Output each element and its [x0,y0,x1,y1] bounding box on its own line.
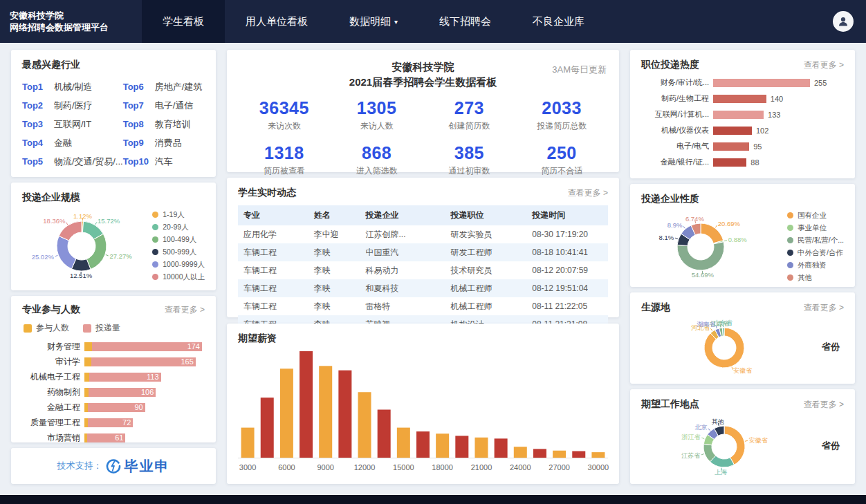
industry-label: 制药/医疗 [54,100,93,111]
industry-label: 电子/通信 [155,100,194,111]
donut-label: 8.1% [659,233,674,241]
position-bar-row: 电子/电气95 [641,138,844,154]
position-label: 金融/银行/证... [641,157,709,167]
legend-item: 参与人数 [24,322,69,334]
table-cell: 车辆工程 [238,297,308,315]
table-row: 车辆工程李映雷格特机械工程师08-11 21:22:05 [238,297,608,315]
card-tech-support: 技术支持： 毕业申 [11,448,216,484]
biyeshen-logo-icon [105,458,122,474]
table-cell: 李映 [308,297,360,315]
major-label: 机械电子工程 [22,371,80,383]
stat-value: 2033 [515,98,608,118]
histogram-bar [514,447,527,458]
card-position-heat: 职位投递热度 查看更多 > 财务/审计/统...255制药/生物工程140互联网… [630,50,855,178]
histogram-bar [455,436,468,458]
card-major-participation: 专业参与人数 查看更多 > 参与人数投递量 财务管理174审计学165机械电子工… [11,296,216,442]
submissions-bar: 165 [91,357,196,366]
stat-value: 385 [423,143,516,163]
industry-rank: Top7 [123,96,155,115]
nav-item-label: 数据明细 [349,15,391,28]
donut-segment [57,236,76,269]
submissions-bar: 174 [92,342,202,351]
legend-item: 20-99人 [152,221,205,233]
legend-item: 500-999人 [152,245,205,258]
nav-item-data-details[interactable]: 数据明细▾ [329,0,418,43]
view-more-link[interactable]: 查看更多 > [804,399,844,411]
table-cell: 研发工程师 [445,243,527,261]
table-column-header: 姓名 [308,205,360,225]
stat-label: 简历不合适 [515,165,608,177]
legend-item: 国有企业 [787,209,844,221]
stat-item: 385通过初审数 [423,143,516,177]
bar-value: 72 [122,418,131,427]
participants-bar [84,373,89,382]
submissions-bar: 113 [89,373,160,382]
legend-item: 中外合资/合作 [787,246,844,259]
tech-support-label: 技术支持： [57,460,102,472]
major-bar-row: 机械电子工程113 [22,370,205,384]
table-cell: 技术研究员 [445,261,527,279]
bar-value: 140 [771,95,783,103]
histogram-bar [416,431,430,458]
nav-item-offline-job-fair[interactable]: 线下招聘会 [418,0,512,43]
table-row: 车辆工程李映和夏科技机械工程师08-12 19:51:04 [238,279,608,297]
table-column-header: 专业 [238,205,308,225]
histogram-bar [300,351,313,458]
table-cell: 车辆工程 [238,279,308,297]
legend-label: 1000-9999人 [163,258,205,270]
histogram-bar [397,428,410,458]
legend-dot [152,261,158,268]
legend-label: 国有企业 [798,209,827,221]
nav-item-employer-dashboard[interactable]: 用人单位看板 [225,0,329,43]
stat-label: 投递简历总数 [515,120,608,132]
x-axis-tick-label: 6000 [278,463,295,472]
card-title: 投递企业性质 [641,193,699,205]
x-axis-tick-label: 9000 [317,463,333,472]
nav-item-bad-company-db[interactable]: 不良企业库 [512,0,605,43]
position-bar-row: 机械/仪器仪表102 [641,122,844,138]
view-more-link[interactable]: 查看更多 > [804,302,844,314]
table-cell: 08-30 17:19:20 [526,225,608,243]
bar-value: 255 [814,79,827,87]
view-more-link[interactable]: 查看更多 > [165,304,205,316]
view-more-link[interactable]: 查看更多 > [568,187,608,199]
donut-label: 12.51% [70,272,93,279]
x-axis-tick-label: 24000 [510,463,531,472]
user-avatar[interactable] [833,11,854,32]
position-bar [713,142,749,151]
view-more-link[interactable]: 查看更多 > [804,59,844,71]
stat-value: 1318 [238,143,331,163]
legend-dot [152,236,158,243]
industry-label: 教育培训 [155,119,191,129]
donut-label: 安徽省 [733,367,752,374]
nav-item-student-dashboard[interactable]: 学生看板 [142,0,225,43]
company-scale-donut-chart: 1.12%15.72%27.27%12.51%25.02%18.36% [22,207,141,283]
donut-label: 0.88% [728,236,747,243]
table-cell: 机械工程师 [445,279,527,297]
donut-label: 北京 [695,424,708,431]
donut-label: 25.02% [32,253,55,261]
histogram-bar [436,433,449,458]
legend-label: 100-499人 [163,233,196,245]
donut-label: 安徽省 [749,437,768,444]
top-navbar: 安徽科技学院 网络招聘会数据管理平台 学生看板用人单位看板数据明细▾线下招聘会不… [0,0,866,43]
participants-bar [84,357,91,366]
stat-item: 868进入筛选数 [331,143,423,177]
logo-line2: 网络招聘会数据管理平台 [10,21,129,33]
origin-donut-chart: 安徽省河北省湖南省江西省山东省 [641,317,797,377]
donut-label: 江苏省 [681,452,700,459]
legend-label: 1-19人 [163,208,185,221]
industry-rank: Top2 [22,96,54,115]
nav-item-label: 不良企业库 [533,15,584,28]
x-axis-tick-label: 18000 [432,463,453,472]
card-overview-stats: 安徽科技学院 2021届春季招聘会学生数据看板 3AM每日更新 36345来访次… [227,50,619,172]
histogram-bar [572,451,585,458]
company-nature-donut-chart: 20.69%0.88%54.69%8.1%8.9%6.74% [641,211,767,282]
major-label: 财务管理 [22,341,80,353]
donut-label: 1.12% [73,212,92,220]
nav-item-label: 线下招聘会 [439,15,491,28]
stat-item: 250简历不合适 [515,143,608,177]
x-axis-tick-label: 30000 [588,463,609,472]
position-bar [713,79,810,87]
bar-value: 61 [115,433,123,442]
